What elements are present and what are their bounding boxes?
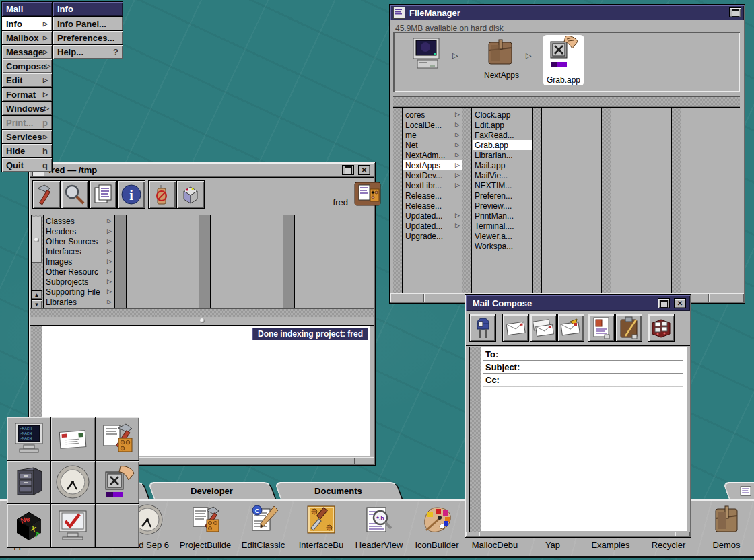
menu-item-print[interactable]: Print...p (2, 116, 52, 129)
compose-titlebar[interactable]: Mail Compose ✕ (466, 295, 690, 311)
editclassic-icon[interactable]: C (247, 503, 279, 536)
subject-field-input[interactable] (483, 373, 683, 374)
dock-item-iconbuilder[interactable]: IconBuilder (408, 503, 466, 550)
dir-row[interactable]: Updated...▷ (403, 211, 462, 221)
grid-next-icon[interactable]: NeXT (7, 504, 50, 547)
compose-draft-button[interactable] (588, 314, 615, 342)
find-button[interactable] (61, 180, 89, 209)
projectbuilder-miniaturize-button[interactable] (342, 165, 354, 175)
filemanager-column-3-scrollbar[interactable] (533, 108, 542, 293)
headerview-icon[interactable]: *.h (363, 503, 395, 536)
scroll-down-button[interactable]: ▼ (31, 300, 42, 309)
grab-app-shelf-icon[interactable]: Grab.app (543, 35, 584, 85)
file-row[interactable]: Librarian... (473, 150, 532, 160)
menu-item-mailbox[interactable]: Mailbox▷ (2, 31, 52, 44)
file-row[interactable]: Terminal.... (473, 221, 532, 231)
dir-row[interactable]: cores▷ (403, 110, 462, 120)
file-row[interactable]: Edit.app (473, 120, 532, 130)
dir-row[interactable]: NextAdm...▷ (403, 150, 462, 160)
interfacebuilder-icon[interactable] (305, 503, 337, 536)
projectbuilder-titlebar[interactable]: fred — /tmp ✕ (30, 163, 374, 178)
filemanager-shelf-divider[interactable] (393, 96, 740, 107)
dock-item-headerview[interactable]: *.h HeaderView (350, 503, 408, 550)
dock-item-interfacebuilder[interactable]: InterfaceBu (292, 503, 350, 550)
compose-resize-bar[interactable] (466, 532, 690, 536)
file-row[interactable]: Mail.app (473, 160, 532, 170)
scroll-up-button[interactable]: ▲ (31, 290, 42, 300)
dir-row[interactable]: NextLibr...▷ (403, 180, 462, 190)
menu-item-hide[interactable]: Hideh (2, 144, 52, 158)
dir-row[interactable]: NextDev...▷ (403, 170, 462, 180)
dock-item-editclassic[interactable]: C EditClassic (234, 503, 292, 550)
dock-tab-documents[interactable]: Documents (274, 482, 403, 499)
group-row[interactable]: Headers▷ (44, 226, 114, 236)
project-briefcase-icon[interactable] (351, 177, 384, 211)
mail-menu-title[interactable]: Mail (2, 2, 52, 16)
dir-row[interactable]: LocalDe...▷ (403, 120, 462, 130)
file-row[interactable]: Preferen... (473, 190, 532, 201)
demos-briefcase-icon[interactable] (710, 503, 743, 536)
filemanager-column-1-scrollbar[interactable] (393, 108, 403, 293)
dock-item-projectbuilder[interactable]: ProjectBuilde (176, 503, 234, 550)
grid-mail-icon[interactable] (51, 417, 94, 460)
submenu-item-help[interactable]: Help...? (53, 45, 123, 59)
compose-miniaturize-button[interactable] (658, 298, 670, 308)
files-button[interactable] (89, 180, 117, 209)
file-row[interactable]: Clock.app (473, 110, 532, 120)
filemanager-column-2-scrollbar[interactable] (462, 108, 472, 293)
project-column-divider[interactable] (283, 215, 295, 309)
menu-item-services[interactable]: Services▷ (2, 130, 52, 143)
projectbuilder-close-button[interactable]: ✕ (358, 165, 370, 175)
grid-documents-icon[interactable] (51, 504, 94, 547)
filemanager-miniaturize-button[interactable] (729, 7, 741, 18)
dir-row[interactable]: Release... (403, 201, 462, 211)
file-row[interactable]: FaxRead... (473, 130, 532, 140)
dir-row[interactable]: Updated...▷ (403, 221, 462, 231)
group-row[interactable]: Other Resourc▷ (44, 267, 114, 277)
group-row[interactable]: Libraries▷ (44, 297, 114, 307)
indexer-button[interactable] (148, 180, 176, 209)
projectbuilder-icon[interactable] (189, 503, 221, 536)
cc-field-input[interactable] (483, 386, 683, 387)
compose-mailbox-button[interactable] (469, 314, 496, 342)
compose-close-button[interactable]: ✕ (674, 298, 686, 308)
dir-row-selected[interactable]: NextApps▷ (403, 160, 462, 170)
file-row-selected[interactable]: Grab.app (473, 140, 532, 150)
dir-row[interactable]: Net▷ (403, 140, 462, 150)
menu-item-message[interactable]: Message▷ (2, 45, 52, 59)
grid-empty-cell[interactable] (96, 504, 139, 547)
submenu-item-info-panel[interactable]: Info Panel... (53, 17, 123, 30)
menu-item-windows[interactable]: Windows▷ (2, 102, 52, 115)
dock-tab-developer[interactable]: Developer (147, 482, 276, 499)
nextapps-expand-arrow-icon[interactable]: ▷ (526, 52, 531, 59)
project-column-divider[interactable] (199, 215, 211, 309)
iconbuilder-icon[interactable] (421, 503, 453, 536)
menu-item-format[interactable]: Format▷ (2, 88, 52, 101)
filemanager-titlebar[interactable]: FileManager (390, 5, 744, 20)
project-browser-scrollbar[interactable]: ▲ ▼ (31, 215, 44, 309)
compose-edit-envelope-button[interactable] (557, 314, 584, 342)
compose-text-area[interactable]: To: Subject: Cc: (481, 347, 687, 531)
build-hammer-button[interactable] (32, 180, 61, 209)
info-button[interactable]: i (117, 180, 145, 209)
project-splitter-handle[interactable] (30, 317, 374, 325)
grid-projectbuilder-icon[interactable] (96, 417, 139, 460)
compose-clipboard-button[interactable] (615, 314, 642, 342)
project-column-divider[interactable] (114, 215, 127, 309)
grid-clock-icon[interactable] (51, 461, 94, 504)
group-row[interactable]: Other Sources▷ (44, 236, 114, 246)
grid-filemanager-icon[interactable] (7, 461, 50, 504)
file-row[interactable]: Preview.... (473, 201, 532, 211)
grid-grab-icon[interactable] (96, 461, 139, 504)
grid-terminal-icon[interactable]: >MACH>MACH>MACH (7, 417, 50, 460)
to-field-input[interactable] (483, 360, 683, 361)
compose-deliver-button[interactable] (502, 314, 529, 342)
dock-tab-partial-right[interactable] (722, 482, 754, 499)
menu-item-info[interactable]: Info▷ (2, 17, 52, 30)
dir-row[interactable]: Upgrade... (403, 231, 462, 241)
file-row[interactable]: MailVie... (473, 170, 532, 180)
dock-item-demos[interactable]: Demos (697, 503, 754, 550)
computer-icon[interactable] (409, 37, 444, 72)
dir-row[interactable]: me▷ (403, 130, 462, 140)
file-row[interactable]: NEXTIM... (473, 180, 532, 190)
